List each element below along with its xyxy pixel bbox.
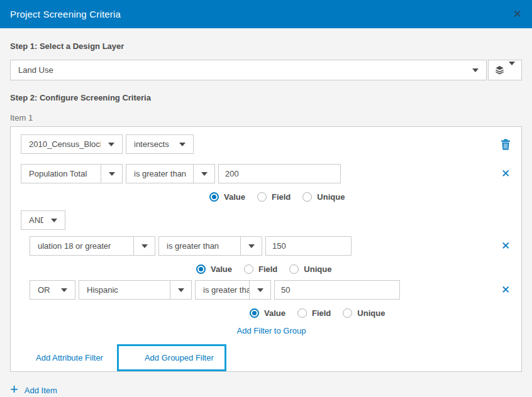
- close-icon[interactable]: ✕: [513, 9, 522, 19]
- radio-selected-icon: [209, 192, 219, 202]
- radio-unselected-icon: [343, 308, 352, 318]
- census-layer-select[interactable]: 2010_Census_Blocks: [21, 134, 123, 154]
- filter1-value-input[interactable]: [218, 164, 341, 183]
- step1-label: Step 1: Select a Design Layer: [10, 41, 522, 51]
- spatial-operator-value: intersects: [126, 139, 172, 149]
- chevron-down-icon: [249, 281, 270, 299]
- filter1-operator-value: is greater than: [126, 169, 193, 178]
- add-attribute-filter-link[interactable]: Add Attribute Filter: [36, 353, 103, 362]
- chevron-down-icon: [509, 65, 515, 75]
- design-layer-row: Land Use: [10, 60, 522, 80]
- group-filter-row-2: OR Hispanic is greater than ✕: [30, 280, 513, 300]
- group-join-select[interactable]: AND: [21, 210, 65, 230]
- gfilter1-operator-value: is greater than: [159, 241, 240, 251]
- radio-unselected-icon: [302, 192, 312, 202]
- gfilter1-value-type: Value Field Unique: [196, 264, 513, 274]
- radio-unselected-icon: [244, 264, 253, 274]
- group-filter-row-1: ulation 18 or greater is greater than ✕: [30, 236, 513, 256]
- gfilter2-join-select[interactable]: OR: [30, 280, 75, 300]
- chevron-down-icon: [133, 237, 155, 255]
- delete-item-button[interactable]: [498, 137, 513, 152]
- remove-gfilter2-button[interactable]: ✕: [498, 283, 513, 298]
- gfilter1-field-select[interactable]: ulation 18 or greater: [30, 236, 155, 256]
- filter1-field-value: Population Total: [21, 169, 101, 178]
- remove-filter1-button[interactable]: ✕: [498, 166, 513, 182]
- chevron-down-icon: [193, 165, 214, 183]
- add-item-button[interactable]: + Add Item: [10, 384, 57, 396]
- filter1-operator-select[interactable]: is greater than: [126, 164, 215, 183]
- radio-unselected-icon: [257, 192, 267, 202]
- radio-unique[interactable]: Unique: [343, 308, 385, 318]
- dialog-header: Project Screening Criteria ✕: [0, 0, 532, 28]
- group-join-value: AND: [21, 215, 43, 225]
- filter1-value-type: Value Field Unique: [209, 192, 513, 202]
- radio-value[interactable]: Value: [209, 192, 245, 202]
- add-grouped-filter-link[interactable]: Add Grouped Filter: [145, 353, 214, 362]
- spatial-filter-row: 2010_Census_Blocks intersects: [21, 134, 513, 154]
- radio-unique[interactable]: Unique: [289, 264, 331, 274]
- layers-icon: [495, 65, 504, 75]
- gfilter2-field-select[interactable]: Hispanic: [79, 280, 192, 300]
- radio-selected-icon: [250, 308, 259, 318]
- gfilter2-value-input[interactable]: [274, 280, 400, 300]
- step2-label: Step 2: Configure Screening Criteria: [10, 93, 522, 102]
- radio-value[interactable]: Value: [196, 264, 232, 274]
- layer-options-button[interactable]: [488, 60, 522, 80]
- radio-field[interactable]: Field: [297, 308, 331, 318]
- radio-field[interactable]: Field: [244, 264, 277, 274]
- gfilter2-join-value: OR: [30, 285, 53, 295]
- design-layer-select[interactable]: Land Use: [10, 60, 487, 80]
- gfilter2-value-type: Value Field Unique: [250, 308, 513, 318]
- panel-bottom-links: Add Attribute Filter Add Grouped Filter: [21, 344, 513, 371]
- gfilter1-field-value: ulation 18 or greater: [30, 241, 133, 251]
- chevron-down-icon: [53, 281, 75, 299]
- gfilter1-value-input[interactable]: [265, 236, 352, 256]
- trash-icon: [501, 139, 511, 150]
- filter1-field-select[interactable]: Population Total: [21, 164, 123, 183]
- gfilter1-operator-select[interactable]: is greater than: [158, 236, 262, 256]
- chevron-down-icon: [101, 135, 122, 153]
- radio-field[interactable]: Field: [257, 192, 291, 202]
- add-item-label: Add Item: [25, 386, 57, 395]
- chevron-down-icon: [172, 135, 193, 153]
- screening-item-panel: 2010_Census_Blocks intersects: [10, 126, 522, 372]
- plus-icon: +: [10, 383, 18, 396]
- grouped-filter-container: ulation 18 or greater is greater than ✕ …: [30, 236, 513, 337]
- chevron-down-icon: [101, 165, 122, 183]
- census-layer-value: 2010_Census_Blocks: [21, 139, 101, 149]
- gfilter2-operator-value: is greater than: [196, 285, 249, 295]
- radio-value[interactable]: Value: [250, 308, 285, 318]
- remove-gfilter1-button[interactable]: ✕: [498, 239, 513, 254]
- radio-unique[interactable]: Unique: [302, 192, 345, 202]
- add-grouped-filter-highlight: Add Grouped Filter: [117, 344, 226, 371]
- close-icon: ✕: [501, 285, 510, 295]
- attribute-filter-row-1: Population Total is greater than ✕: [21, 164, 513, 183]
- gfilter2-operator-select[interactable]: is greater than: [195, 280, 271, 300]
- radio-unselected-icon: [297, 308, 307, 318]
- group-join-row: AND: [21, 210, 513, 230]
- item-label: Item 1: [10, 113, 522, 122]
- design-layer-value: Land Use: [11, 65, 465, 75]
- spatial-operator-select[interactable]: intersects: [126, 134, 194, 154]
- close-icon: ✕: [501, 241, 510, 251]
- chevron-down-icon: [43, 211, 65, 229]
- gfilter2-field-value: Hispanic: [79, 285, 170, 295]
- add-filter-to-group-link[interactable]: Add Filter to Group: [237, 326, 306, 335]
- radio-selected-icon: [196, 264, 206, 274]
- chevron-down-icon: [465, 60, 486, 80]
- chevron-down-icon: [170, 281, 191, 299]
- radio-unselected-icon: [289, 264, 299, 274]
- chevron-down-icon: [240, 237, 262, 255]
- dialog-title: Project Screening Criteria: [10, 9, 121, 19]
- close-icon: ✕: [501, 168, 510, 179]
